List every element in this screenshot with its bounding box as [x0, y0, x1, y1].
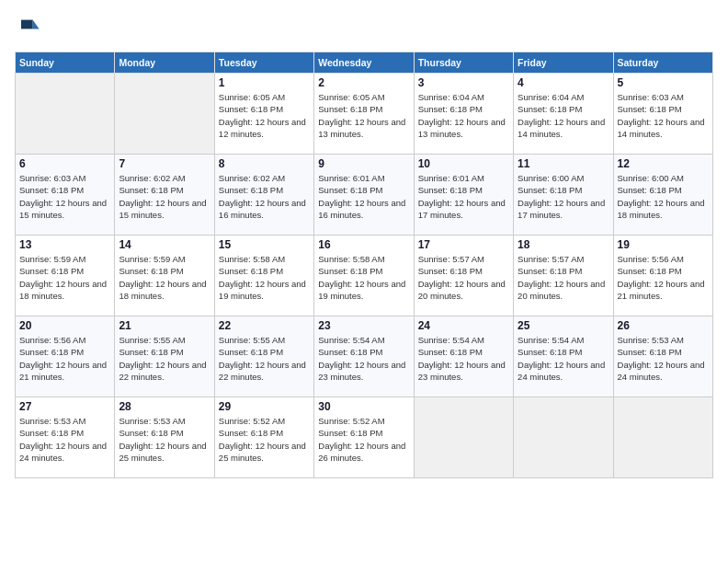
- week-row-5: 27Sunrise: 5:53 AMSunset: 6:18 PMDayligh…: [16, 397, 713, 478]
- day-number: 1: [219, 76, 310, 89]
- day-cell: 14Sunrise: 5:59 AMSunset: 6:18 PMDayligh…: [115, 236, 214, 316]
- svg-marker-0: [33, 20, 40, 29]
- day-info: Sunrise: 6:04 AMSunset: 6:18 PMDaylight:…: [518, 91, 609, 140]
- day-cell: 17Sunrise: 5:57 AMSunset: 6:18 PMDayligh…: [414, 236, 513, 316]
- day-info: Sunrise: 5:57 AMSunset: 6:18 PMDaylight:…: [418, 253, 509, 302]
- day-cell: [16, 74, 115, 155]
- day-cell: 25Sunrise: 5:54 AMSunset: 6:18 PMDayligh…: [514, 316, 613, 397]
- day-number: 5: [618, 76, 709, 89]
- day-number: 13: [19, 238, 110, 251]
- day-number: 2: [318, 76, 409, 89]
- weekday-header-monday: Monday: [115, 52, 214, 74]
- day-number: 27: [19, 400, 110, 413]
- weekday-header-thursday: Thursday: [414, 52, 513, 74]
- day-info: Sunrise: 6:05 AMSunset: 6:18 PMDaylight:…: [219, 91, 310, 140]
- day-info: Sunrise: 5:55 AMSunset: 6:18 PMDaylight:…: [219, 334, 310, 383]
- day-number: 15: [219, 238, 310, 251]
- day-info: Sunrise: 5:54 AMSunset: 6:18 PMDaylight:…: [418, 334, 509, 383]
- day-number: 7: [119, 157, 210, 170]
- day-cell: 27Sunrise: 5:53 AMSunset: 6:18 PMDayligh…: [16, 397, 115, 478]
- day-info: Sunrise: 5:54 AMSunset: 6:18 PMDaylight:…: [318, 334, 409, 383]
- calendar-body: 1Sunrise: 6:05 AMSunset: 6:18 PMDaylight…: [16, 74, 713, 478]
- calendar-table: SundayMondayTuesdayWednesdayThursdayFrid…: [15, 52, 713, 478]
- day-cell: 7Sunrise: 6:02 AMSunset: 6:18 PMDaylight…: [115, 155, 214, 236]
- day-cell: 19Sunrise: 5:56 AMSunset: 6:18 PMDayligh…: [613, 236, 712, 316]
- day-number: 10: [418, 157, 509, 170]
- week-row-2: 6Sunrise: 6:03 AMSunset: 6:18 PMDaylight…: [16, 155, 713, 236]
- day-info: Sunrise: 6:03 AMSunset: 6:18 PMDaylight:…: [19, 172, 110, 221]
- day-cell: 1Sunrise: 6:05 AMSunset: 6:18 PMDaylight…: [214, 74, 313, 155]
- day-number: 17: [418, 238, 509, 251]
- weekday-header-wednesday: Wednesday: [314, 52, 414, 74]
- day-info: Sunrise: 5:58 AMSunset: 6:18 PMDaylight:…: [219, 253, 310, 302]
- day-number: 18: [518, 238, 609, 251]
- day-cell: 16Sunrise: 5:58 AMSunset: 6:18 PMDayligh…: [314, 236, 414, 316]
- day-info: Sunrise: 5:59 AMSunset: 6:18 PMDaylight:…: [19, 253, 110, 302]
- day-cell: 12Sunrise: 6:00 AMSunset: 6:18 PMDayligh…: [613, 155, 712, 236]
- day-info: Sunrise: 6:03 AMSunset: 6:18 PMDaylight:…: [618, 91, 709, 140]
- day-cell: 21Sunrise: 5:55 AMSunset: 6:18 PMDayligh…: [115, 316, 214, 397]
- day-info: Sunrise: 5:56 AMSunset: 6:18 PMDaylight:…: [19, 334, 110, 383]
- day-number: 6: [19, 157, 110, 170]
- day-info: Sunrise: 6:04 AMSunset: 6:18 PMDaylight:…: [418, 91, 509, 140]
- weekday-header-tuesday: Tuesday: [214, 52, 313, 74]
- day-info: Sunrise: 6:01 AMSunset: 6:18 PMDaylight:…: [418, 172, 509, 221]
- day-cell: 26Sunrise: 5:53 AMSunset: 6:18 PMDayligh…: [613, 316, 712, 397]
- day-info: Sunrise: 6:01 AMSunset: 6:18 PMDaylight:…: [318, 172, 409, 221]
- day-info: Sunrise: 6:02 AMSunset: 6:18 PMDaylight:…: [119, 172, 210, 221]
- day-cell: [613, 397, 712, 478]
- day-cell: 29Sunrise: 5:52 AMSunset: 6:18 PMDayligh…: [214, 397, 313, 478]
- day-cell: 5Sunrise: 6:03 AMSunset: 6:18 PMDaylight…: [613, 74, 712, 155]
- day-number: 25: [518, 319, 609, 332]
- day-number: 16: [318, 238, 409, 251]
- day-cell: 22Sunrise: 5:55 AMSunset: 6:18 PMDayligh…: [214, 316, 313, 397]
- day-cell: 24Sunrise: 5:54 AMSunset: 6:18 PMDayligh…: [414, 316, 513, 397]
- weekday-header-sunday: Sunday: [16, 52, 115, 74]
- day-number: 8: [219, 157, 310, 170]
- day-number: 12: [618, 157, 709, 170]
- day-number: 9: [318, 157, 409, 170]
- day-cell: 6Sunrise: 6:03 AMSunset: 6:18 PMDaylight…: [16, 155, 115, 236]
- day-number: 22: [219, 319, 310, 332]
- weekday-header-saturday: Saturday: [613, 52, 712, 74]
- page-header: [15, 15, 713, 40]
- day-number: 29: [219, 400, 310, 413]
- logo-icon: [15, 15, 40, 40]
- day-cell: 20Sunrise: 5:56 AMSunset: 6:18 PMDayligh…: [16, 316, 115, 397]
- day-number: 28: [119, 400, 210, 413]
- day-cell: 15Sunrise: 5:58 AMSunset: 6:18 PMDayligh…: [214, 236, 313, 316]
- day-cell: [514, 397, 613, 478]
- day-info: Sunrise: 5:52 AMSunset: 6:18 PMDaylight:…: [318, 415, 409, 464]
- day-cell: [115, 74, 214, 155]
- day-info: Sunrise: 5:59 AMSunset: 6:18 PMDaylight:…: [119, 253, 210, 302]
- day-info: Sunrise: 5:54 AMSunset: 6:18 PMDaylight:…: [518, 334, 609, 383]
- day-number: 19: [618, 238, 709, 251]
- day-info: Sunrise: 6:00 AMSunset: 6:18 PMDaylight:…: [518, 172, 609, 221]
- weekday-header-friday: Friday: [514, 52, 613, 74]
- day-info: Sunrise: 5:55 AMSunset: 6:18 PMDaylight:…: [119, 334, 210, 383]
- calendar-header: SundayMondayTuesdayWednesdayThursdayFrid…: [16, 52, 713, 74]
- day-info: Sunrise: 5:52 AMSunset: 6:18 PMDaylight:…: [219, 415, 310, 464]
- day-info: Sunrise: 5:56 AMSunset: 6:18 PMDaylight:…: [618, 253, 709, 302]
- day-cell: 23Sunrise: 5:54 AMSunset: 6:18 PMDayligh…: [314, 316, 414, 397]
- day-info: Sunrise: 5:53 AMSunset: 6:18 PMDaylight:…: [618, 334, 709, 383]
- day-cell: 4Sunrise: 6:04 AMSunset: 6:18 PMDaylight…: [514, 74, 613, 155]
- day-info: Sunrise: 6:00 AMSunset: 6:18 PMDaylight:…: [618, 172, 709, 221]
- week-row-3: 13Sunrise: 5:59 AMSunset: 6:18 PMDayligh…: [16, 236, 713, 316]
- day-number: 30: [318, 400, 409, 413]
- day-number: 4: [518, 76, 609, 89]
- day-number: 3: [418, 76, 509, 89]
- day-number: 23: [318, 319, 409, 332]
- day-cell: 18Sunrise: 5:57 AMSunset: 6:18 PMDayligh…: [514, 236, 613, 316]
- day-cell: 11Sunrise: 6:00 AMSunset: 6:18 PMDayligh…: [514, 155, 613, 236]
- day-number: 20: [19, 319, 110, 332]
- day-info: Sunrise: 5:58 AMSunset: 6:18 PMDaylight:…: [318, 253, 409, 302]
- day-number: 11: [518, 157, 609, 170]
- day-cell: 10Sunrise: 6:01 AMSunset: 6:18 PMDayligh…: [414, 155, 513, 236]
- day-number: 24: [418, 319, 509, 332]
- weekday-row: SundayMondayTuesdayWednesdayThursdayFrid…: [16, 52, 713, 74]
- day-number: 26: [618, 319, 709, 332]
- week-row-1: 1Sunrise: 6:05 AMSunset: 6:18 PMDaylight…: [16, 74, 713, 155]
- day-number: 21: [119, 319, 210, 332]
- day-cell: 3Sunrise: 6:04 AMSunset: 6:18 PMDaylight…: [414, 74, 513, 155]
